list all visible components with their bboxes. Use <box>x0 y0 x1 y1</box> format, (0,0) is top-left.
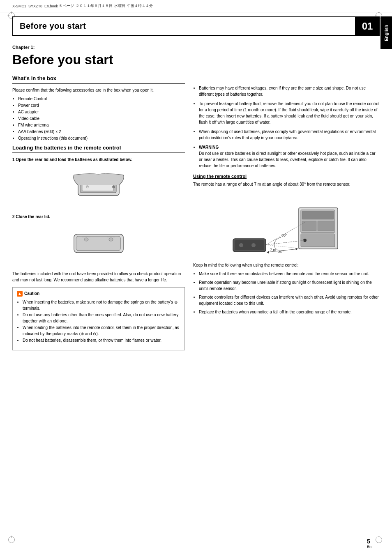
list-item: To prevent leakage of battery fluid, rem… <box>199 101 380 125</box>
right-bullets-list: Batteries may have different voltages, e… <box>199 85 380 169</box>
using-remote-heading: Using the remote control <box>193 174 380 179</box>
loading-batteries-heading: Loading the batteries in the remote cont… <box>12 145 185 153</box>
svg-point-21 <box>251 243 256 247</box>
using-remote-section: Using the remote control The remote has … <box>193 174 380 315</box>
using-remote-description: The remote has a range of about 7 m at a… <box>193 181 380 187</box>
step2-text: 2 Close the rear lid. <box>12 214 185 220</box>
svg-point-7 <box>84 238 88 241</box>
date-info: ２０１１年６月１５日 <box>76 3 113 9</box>
list-item: Do not heat batteries, disassemble them,… <box>23 337 180 343</box>
whats-in-box-heading: What's in the box <box>12 75 185 84</box>
list-item: Do not use any batteries other than the … <box>23 312 180 324</box>
battery-note: The batteries included with the unit hav… <box>12 271 185 283</box>
list-item: When disposing of used batteries, please… <box>199 129 380 141</box>
caution-label: Caution <box>24 291 39 296</box>
remote-diagram-svg: 30° 30° 7 m <box>229 191 344 257</box>
svg-rect-19 <box>235 240 264 250</box>
whats-in-box-intro: Please confirm that the following access… <box>12 87 185 93</box>
day-info: 水曜日 <box>114 3 125 9</box>
keep-in-mind-text: Keep in mind the following when using th… <box>193 262 380 268</box>
header-area: Before you start 01 English <box>12 16 380 36</box>
svg-rect-6 <box>76 236 120 251</box>
filename: X-SMC1_SYXZT8_En.book <box>12 4 58 8</box>
chapter-number-box: 01 <box>356 17 379 35</box>
list-item: Remote Control <box>18 96 185 102</box>
svg-marker-30 <box>267 251 269 253</box>
corner-mark-br <box>376 536 384 545</box>
right-column: Batteries may have different voltages, e… <box>193 44 380 353</box>
warning-label: WARNING <box>199 145 219 150</box>
list-item: Make sure that there are no obstacles be… <box>199 271 380 277</box>
svg-rect-13 <box>302 211 334 219</box>
list-item: WARNING Do not use or store batteries in… <box>199 144 380 169</box>
svg-text:30°: 30° <box>281 233 287 237</box>
main-content: Chapter 1: Before you start What's in th… <box>12 44 380 353</box>
list-item: Replace the batteries when you notice a … <box>199 309 380 315</box>
caution-box: ▲ Caution When inserting the batteries, … <box>12 287 185 350</box>
list-item: Batteries may have different voltages, e… <box>199 85 380 97</box>
svg-point-20 <box>239 243 243 247</box>
page-info: 5 ページ <box>60 3 74 9</box>
list-item: When loading the batteries into the remo… <box>23 325 180 337</box>
list-item: FM wire antenna <box>18 122 185 128</box>
page-container: X-SMC1_SYXZT8_En.book 5 ページ ２０１１年６月１５日 水… <box>0 0 392 557</box>
caution-title: ▲ Caution <box>17 291 180 297</box>
battery-closed-diagram <box>12 224 185 266</box>
caution-list: When inserting the batteries, make sure … <box>23 299 180 343</box>
battery-closed-svg <box>66 228 131 261</box>
time-info: 午後４時４４分 <box>127 3 153 9</box>
svg-rect-15 <box>318 221 334 231</box>
chapter-big-title: Before you start <box>12 53 185 67</box>
list-item: When inserting the batteries, make sure … <box>23 299 180 311</box>
corner-mark-bl <box>8 536 16 545</box>
left-column: Chapter 1: Before you start What's in th… <box>12 44 185 353</box>
top-bar: X-SMC1_SYXZT8_En.book 5 ページ ２０１１年６月１５日 水… <box>0 0 392 12</box>
language-tab: English <box>380 16 392 49</box>
header-title-area: Before you start <box>13 17 356 35</box>
footer: 5 En <box>367 538 371 549</box>
whats-in-box-list: Remote Control Power cord AC adapter Vid… <box>18 96 185 141</box>
page-number: 5 <box>367 538 371 545</box>
list-item: Power cord <box>18 102 185 108</box>
list-item: AC adapter <box>18 109 185 115</box>
lang-code: En <box>367 545 371 549</box>
list-item: Remote controllers for different devices… <box>199 294 380 306</box>
step1-text: 1 Open the rear lid and load the batteri… <box>12 157 185 163</box>
svg-rect-14 <box>302 221 316 231</box>
remote-use-diagram: 30° 30° 7 m <box>193 191 380 258</box>
whats-in-box-section: What's in the box Please confirm that th… <box>12 75 185 141</box>
svg-point-8 <box>109 238 113 241</box>
remote-tips-list: Make sure that there are no obstacles be… <box>199 271 380 315</box>
language-label: English <box>384 25 389 41</box>
list-item: Operating instructions (this document) <box>18 135 185 141</box>
list-item: AAA batteries (R03) x 2 <box>18 129 185 135</box>
caution-icon: ▲ <box>17 291 23 297</box>
header-bar: Before you start 01 <box>12 16 380 36</box>
battery-open-svg: ⊖ ⊕ <box>66 171 131 204</box>
header-title: Before you start <box>20 21 86 30</box>
warning-text: Do not use or store batteries in direct … <box>199 151 376 168</box>
list-item: Video cable <box>18 115 185 122</box>
chapter-number: 01 <box>362 21 373 32</box>
battery-open-diagram: ⊖ ⊕ <box>12 167 185 209</box>
list-item: Remote operation may become unreliable i… <box>199 279 380 292</box>
chapter-label: Chapter 1: <box>12 44 185 51</box>
loading-batteries-section: Loading the batteries in the remote cont… <box>12 145 185 283</box>
